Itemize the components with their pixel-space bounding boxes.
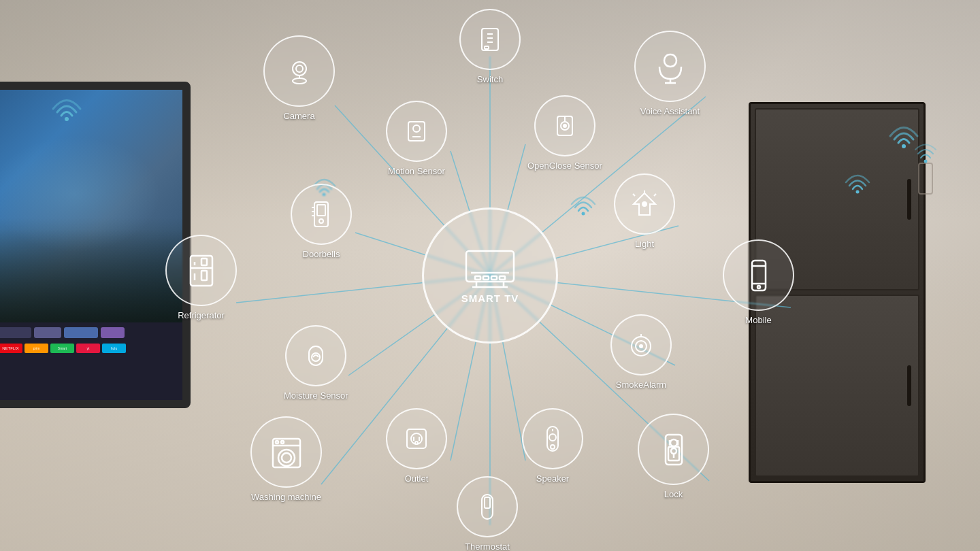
device-thermostat: Thermostat [457, 476, 518, 551]
openclose-sensor-circle [534, 95, 595, 156]
doorbells-label: Doorbells [303, 249, 340, 259]
moisture-sensor-label: Moisture Sensor [284, 390, 348, 401]
mobile-icon [741, 258, 777, 293]
motion-sensor-icon [402, 116, 431, 146]
camera-label: Camera [283, 111, 314, 121]
voice-assistant-circle [634, 31, 706, 102]
device-outlet: Outlet [386, 408, 447, 484]
svg-point-88 [671, 448, 676, 454]
svg-point-26 [296, 65, 303, 72]
svg-point-95 [65, 117, 69, 121]
mobile-label: Mobile [745, 315, 771, 325]
device-washing-machine: Washing machine [250, 416, 322, 502]
wifi-tv-icon [46, 85, 87, 122]
lock-circle [638, 414, 709, 485]
device-light: Light [614, 173, 675, 249]
lock-icon [656, 432, 691, 467]
switch-icon [475, 24, 505, 54]
device-motion-sensor: Motion Sensor [386, 101, 447, 176]
svg-point-98 [582, 212, 585, 216]
camera-circle [263, 35, 335, 107]
svg-rect-100 [919, 163, 932, 194]
device-lock: Lock [638, 414, 709, 499]
outlet-circle [386, 408, 447, 469]
motion-sensor-label: Motion Sensor [388, 166, 445, 176]
smoke-alarm-label: SmokeAlarm [616, 380, 666, 390]
thermostat-icon [472, 492, 502, 522]
svg-point-84 [551, 445, 555, 449]
svg-rect-94 [485, 497, 490, 508]
moisture-sensor-icon [301, 341, 331, 371]
svg-line-52 [654, 194, 656, 196]
svg-point-35 [413, 125, 420, 132]
svg-rect-60 [201, 271, 207, 280]
speaker-circle [522, 408, 583, 469]
svg-line-51 [633, 194, 635, 196]
lock-label: Lock [664, 489, 683, 499]
thermostat-label: Thermostat [465, 541, 510, 551]
device-smoke-alarm: SmokeAlarm [610, 314, 672, 390]
svg-point-81 [415, 441, 418, 444]
refrigerator-label: Refrigerator [178, 310, 225, 320]
svg-rect-59 [201, 258, 207, 265]
svg-point-62 [312, 353, 320, 361]
svg-point-78 [411, 433, 422, 444]
svg-point-96 [902, 144, 906, 148]
openclose-sensor-label: OpenClose Sensor [527, 161, 602, 171]
refrigerator-circle [165, 235, 237, 306]
tv-display: ⊙ ▶ Live TV NETFLIX prim Smart yt hulu [0, 82, 191, 408]
svg-rect-77 [407, 429, 426, 448]
device-moisture-sensor: Moisture Sensor [284, 325, 348, 401]
svg-point-75 [276, 441, 278, 444]
svg-point-76 [281, 441, 284, 444]
speaker-icon [538, 424, 568, 454]
washing-machine-circle [250, 416, 322, 488]
svg-point-69 [639, 344, 643, 348]
device-doorbells: Doorbells [291, 184, 352, 259]
svg-point-25 [293, 62, 306, 76]
svg-rect-16 [466, 251, 514, 282]
motion-sensor-circle [386, 101, 447, 162]
smoke-alarm-icon [626, 330, 656, 360]
hub-label: SMART TV [461, 293, 519, 304]
speaker-label: Speaker [536, 473, 569, 484]
svg-point-73 [278, 450, 295, 466]
doorbells-icon [306, 199, 336, 229]
svg-point-101 [924, 160, 928, 163]
device-voice-assistant: Voice Assistant [634, 31, 706, 116]
device-mobile: Mobile [723, 239, 794, 325]
svg-point-45 [319, 219, 323, 223]
light-label: Light [635, 239, 654, 249]
outlet-label: Outlet [405, 473, 429, 484]
svg-point-97 [856, 190, 860, 194]
device-switch: Switch [459, 9, 521, 84]
camera-icon [282, 54, 317, 89]
refrigerator-icon [184, 253, 219, 288]
voice-assistant-label: Voice Assistant [640, 106, 700, 116]
light-icon [630, 189, 659, 219]
washing-machine-icon [269, 435, 304, 470]
svg-point-66 [757, 286, 760, 288]
svg-point-54 [642, 201, 647, 207]
switch-circle [459, 9, 521, 70]
tv-screen [0, 90, 182, 322]
svg-rect-44 [317, 205, 325, 216]
wifi-right-device-icon [912, 136, 939, 197]
wifi-right-mid-icon [840, 163, 875, 194]
svg-rect-21 [475, 276, 480, 280]
washing-machine-label: Washing machine [251, 492, 321, 502]
doorbells-circle [291, 184, 352, 245]
mobile-circle [723, 239, 794, 311]
svg-rect-24 [500, 276, 505, 280]
device-openclose-sensor: OpenClose Sensor [527, 95, 602, 171]
tv-ui-bar: ⊙ ▶ Live TV NETFLIX prim Smart yt hulu [0, 322, 182, 400]
openclose-sensor-icon [550, 111, 580, 141]
hub-tv-icon [463, 248, 517, 288]
moisture-sensor-circle [285, 325, 346, 386]
thermostat-circle [457, 476, 518, 537]
svg-point-74 [282, 453, 291, 463]
svg-point-27 [293, 78, 306, 84]
outlet-icon [402, 424, 431, 454]
switch-label: Switch [477, 74, 503, 84]
svg-rect-93 [482, 495, 493, 519]
